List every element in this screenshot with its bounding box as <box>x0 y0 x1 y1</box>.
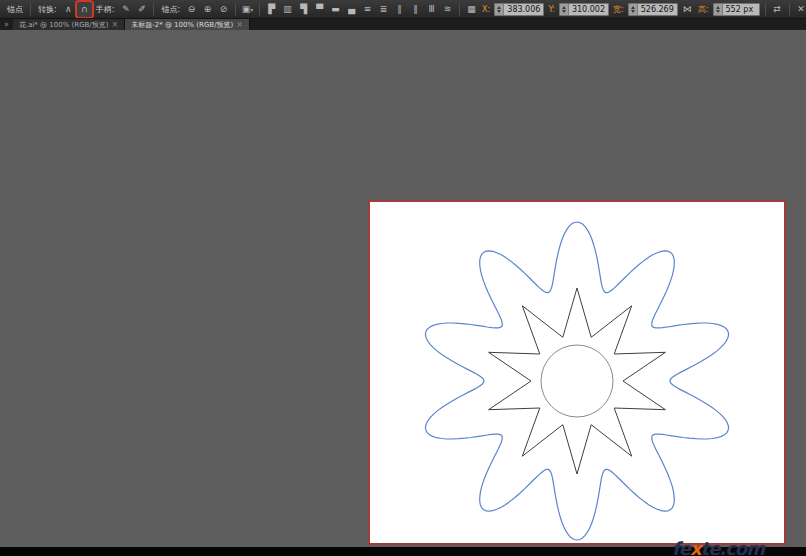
reference-point-icon[interactable]: ▦ <box>464 2 479 17</box>
y-label: Y: <box>548 5 555 14</box>
width-label: 宽: <box>613 4 624 15</box>
convert-smooth-icon[interactable]: ∩ <box>77 2 92 17</box>
distribute-left-icon[interactable]: ‖ <box>408 2 423 17</box>
align-right-icon[interactable]: ▜ <box>296 2 311 17</box>
align-left-icon[interactable]: ▛ <box>264 2 279 17</box>
distribute-top-icon[interactable]: ≡ <box>360 2 375 17</box>
hide-handles-icon[interactable]: ✐ <box>134 2 149 17</box>
document-tab-untitled2[interactable]: 未标题-2* @ 100% (RGB/预览) × <box>125 19 250 30</box>
remove-anchor-icon[interactable]: ⊖ <box>184 2 199 17</box>
separator <box>789 3 790 16</box>
y-stepper[interactable] <box>560 4 569 15</box>
distribute-bottom-icon[interactable]: ∥ <box>392 2 407 17</box>
center-circle <box>541 345 613 417</box>
handles-label: 手柄: <box>96 4 115 15</box>
width-stepper[interactable] <box>629 4 638 15</box>
separator <box>30 3 31 16</box>
height-stepper[interactable] <box>714 4 723 15</box>
height-field[interactable]: 552 px <box>713 3 760 16</box>
distribute-middle-icon[interactable]: ≣ <box>376 2 391 17</box>
canvas-pasteboard[interactable] <box>0 30 806 547</box>
height-label: 高: <box>698 4 709 15</box>
convert-label: 转换: <box>38 4 57 15</box>
chevron-down-icon: ▾ <box>250 6 253 13</box>
show-handles-icon[interactable]: ✎ <box>118 2 133 17</box>
document-tab-flower[interactable]: 花.ai* @ 100% (RGB/预览) × <box>13 19 125 30</box>
y-field[interactable]: 310.002 <box>559 3 609 16</box>
flower-drawing <box>370 202 784 543</box>
control-bar: 锚点 转换: ∧ ∩ 手柄: ✎ ✐ 锚点: ⊖ ⊕ ⊘ ▣▾ ▛ ▥ ▜ ▀ … <box>0 0 806 19</box>
height-value[interactable]: 552 px <box>723 5 759 14</box>
x-label: X: <box>482 5 490 14</box>
swap-icon[interactable]: ⇄ <box>770 2 785 17</box>
tab-label: 未标题-2* @ 100% (RGB/预览) <box>131 20 233 30</box>
distribute-right-icon[interactable]: ≋ <box>440 2 455 17</box>
add-anchor-icon[interactable]: ⊕ <box>200 2 215 17</box>
separator <box>765 3 766 16</box>
width-value[interactable]: 526.269 <box>638 5 677 14</box>
x-value[interactable]: 383.006 <box>504 5 543 14</box>
separator <box>459 3 460 16</box>
separator <box>259 3 260 16</box>
illustrator-window: 锚点 转换: ∧ ∩ 手柄: ✎ ✐ 锚点: ⊖ ⊕ ⊘ ▣▾ ▛ ▥ ▜ ▀ … <box>0 0 806 556</box>
watermark-text-left: fe <box>672 538 690 556</box>
x-stepper[interactable] <box>495 4 504 15</box>
width-field[interactable]: 526.269 <box>628 3 678 16</box>
watermark-text-accent: x <box>690 538 701 556</box>
anchor-panel-title: 锚点 <box>7 4 23 15</box>
close-panel-icon[interactable]: ✕ <box>794 2 806 17</box>
watermark-logo: fexte.com <box>672 538 764 556</box>
align-top-icon[interactable]: ▀ <box>312 2 327 17</box>
document-tab-bar: » 花.ai* @ 100% (RGB/预览) × 未标题-2* @ 100% … <box>0 19 806 30</box>
separator <box>235 3 236 16</box>
link-dimensions-icon[interactable]: ⋈ <box>680 2 695 17</box>
artboard[interactable] <box>368 200 786 545</box>
close-icon[interactable]: × <box>236 20 243 29</box>
close-icon[interactable]: × <box>111 20 118 29</box>
tab-label: 花.ai* @ 100% (RGB/预览) <box>19 20 109 30</box>
align-center-icon[interactable]: ▥ <box>280 2 295 17</box>
anchors-label: 锚点: <box>161 4 180 15</box>
tab-overflow-icon[interactable]: » <box>0 19 13 30</box>
flower-outline-path <box>425 222 728 540</box>
separator <box>153 3 154 16</box>
align-middle-icon[interactable]: ▬ <box>328 2 343 17</box>
watermark-text-right: te.com <box>701 538 764 556</box>
convert-corner-icon[interactable]: ∧ <box>61 2 76 17</box>
cut-path-icon[interactable]: ⊘ <box>216 2 231 17</box>
star-path <box>489 288 666 474</box>
y-value[interactable]: 310.002 <box>569 5 608 14</box>
align-bottom-icon[interactable]: ▄ <box>344 2 359 17</box>
distribute-center-icon[interactable]: Ⅲ <box>424 2 439 17</box>
isolate-selection-icon[interactable]: ▣▾ <box>240 2 255 17</box>
x-field[interactable]: 383.006 <box>494 3 544 16</box>
